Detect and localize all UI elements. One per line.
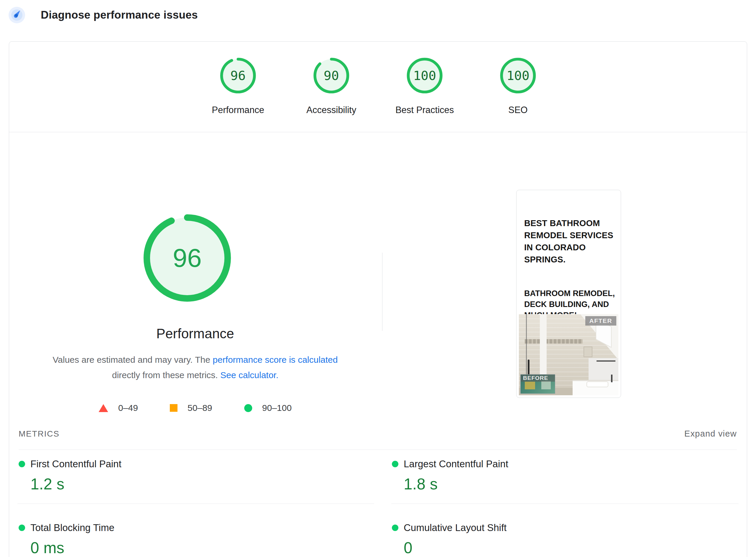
performance-description: Values are estimated and may vary. The p… — [41, 352, 349, 383]
category-scores-row: 96 Performance 90 Accessibility 100 Best… — [9, 57, 747, 115]
metric-largest-contentful-paint: Largest Contentful Paint 1.8 s — [392, 459, 737, 493]
best-practices-score-label: Best Practices — [395, 105, 454, 115]
legend-pass-icon — [244, 404, 252, 412]
legend-fail-icon — [99, 404, 108, 412]
photo-towel-bar — [596, 360, 615, 361]
before-inset-detail — [541, 381, 551, 389]
after-badge: AFTER — [585, 316, 617, 326]
metric-value: 1.8 s — [404, 475, 737, 493]
category-score-accessibility[interactable]: 90 Accessibility — [302, 57, 361, 115]
metric-status-icon — [19, 461, 25, 467]
category-score-best-practices[interactable]: 100 Best Practices — [395, 57, 454, 115]
metric-label: Cumulative Layout Shift — [404, 522, 507, 533]
metrics-divider — [19, 449, 737, 450]
before-badge: BEFORE — [523, 375, 548, 381]
photo-faucet-shape — [611, 375, 613, 382]
accessibility-gauge: 90 — [313, 57, 350, 94]
photo-mosaic-strip — [525, 339, 582, 344]
before-inset-detail — [525, 382, 535, 389]
legend-average-icon — [170, 404, 177, 412]
metric-first-contentful-paint: First Contentful Paint 1.2 s — [19, 459, 364, 493]
seo-gauge: 100 — [499, 57, 537, 94]
expand-view-button[interactable]: Expand view — [684, 429, 737, 439]
metric-label: First Contentful Paint — [30, 459, 121, 470]
metrics-header-row: METRICS Expand view — [19, 429, 737, 439]
metrics-heading: METRICS — [19, 429, 60, 439]
best-practices-score-value: 100 — [406, 57, 443, 94]
description-text: Values are estimated and may vary. The — [53, 355, 213, 364]
page-header: Diagnose performance issues — [8, 6, 198, 24]
legend-item-pass: 90–100 — [244, 403, 292, 413]
category-score-performance[interactable]: 96 Performance — [208, 57, 268, 115]
performance-main-gauge: 96 — [141, 212, 233, 304]
bathroom-photo: AFTER BEFORE — [519, 314, 618, 395]
page-screenshot-thumbnail[interactable]: BEST BATHROOM REMODEL SERVICES IN COLORA… — [516, 190, 621, 398]
legend-average-label: 50–89 — [188, 403, 212, 413]
section-divider — [9, 132, 747, 132]
accessibility-score-label: Accessibility — [307, 105, 357, 115]
category-score-seo[interactable]: 100 SEO — [488, 57, 548, 115]
metric-label: Total Blocking Time — [30, 522, 114, 533]
score-calc-link[interactable]: performance score is calculated — [213, 355, 338, 364]
metric-value: 0 ms — [30, 539, 364, 557]
seo-score-value: 100 — [499, 57, 537, 94]
legend-item-fail: 0–49 — [99, 403, 138, 413]
metric-cumulative-layout-shift: Cumulative Layout Shift 0 — [392, 522, 737, 557]
legend-pass-label: 90–100 — [262, 403, 292, 413]
best-practices-gauge: 100 — [406, 57, 443, 94]
description-text-middle: directly from these metrics. — [112, 370, 220, 380]
metric-status-icon — [392, 525, 398, 531]
photo-niche-shape — [584, 347, 592, 357]
legend-item-average: 50–89 — [170, 403, 212, 413]
photo-sink-shape — [587, 381, 608, 387]
seo-score-label: SEO — [508, 105, 527, 115]
vertical-divider — [382, 253, 383, 331]
page-title: Diagnose performance issues — [41, 9, 198, 21]
metric-total-blocking-time: Total Blocking Time 0 ms — [19, 522, 364, 557]
screenshot-heading: BEST BATHROOM REMODEL SERVICES IN COLORA… — [524, 217, 616, 266]
performance-score-label: Performance — [212, 105, 264, 115]
legend-fail-label: 0–49 — [118, 403, 138, 413]
score-legend: 0–49 50–89 90–100 — [9, 403, 381, 413]
performance-gauge: 96 — [219, 57, 257, 94]
accessibility-score-value: 90 — [313, 57, 350, 94]
metric-value: 0 — [404, 539, 737, 557]
performance-main-score-value: 96 — [141, 212, 233, 304]
metric-label: Largest Contentful Paint — [404, 459, 508, 470]
see-calculator-link[interactable]: See calculator. — [220, 370, 278, 380]
performance-score-value: 96 — [219, 57, 257, 94]
before-inset-image: BEFORE — [520, 374, 555, 394]
metric-status-icon — [392, 461, 398, 467]
lighthouse-report-card: 96 Performance 90 Accessibility 100 Best… — [9, 41, 747, 557]
metric-value: 1.2 s — [30, 475, 364, 493]
performance-section-title: Performance — [9, 326, 381, 342]
metric-status-icon — [19, 525, 25, 531]
speedometer-icon — [8, 6, 25, 24]
